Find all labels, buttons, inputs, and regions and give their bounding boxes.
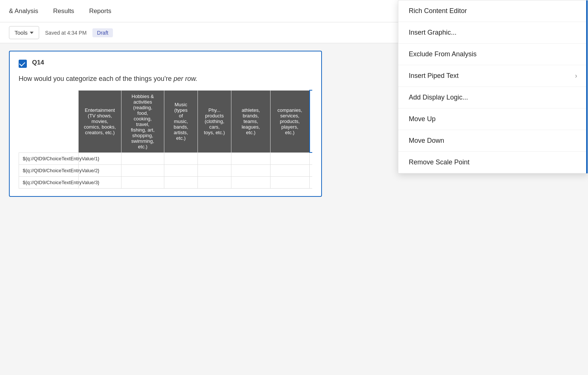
main-content: Q14 How would you categorize each of the… — [0, 43, 588, 375]
menu-item-label: Exclude From Analysis — [409, 50, 477, 58]
context-menu: Rich Content Editor Insert Graphic... Ex… — [398, 43, 588, 174]
menu-item-label: Remove Scale Point — [409, 158, 470, 166]
menu-item-add-display-logic[interactable]: Add Display Logic... — [398, 87, 588, 108]
tools-button[interactable]: Tools — [9, 26, 39, 39]
tools-label: Tools — [15, 29, 28, 36]
saved-timestamp: Saved at 4:34 PM — [45, 30, 86, 36]
question-card: Q14 How would you categorize each of the… — [9, 51, 322, 197]
menu-item-label: Move Up — [409, 115, 436, 123]
menu-item-label: Insert Piped Text — [409, 72, 459, 80]
question-text: How would you categorize each of the thi… — [19, 74, 312, 84]
menu-item-remove-scale-point[interactable]: Remove Scale Point — [398, 152, 588, 173]
arrow-right-icon: › — [575, 72, 577, 80]
question-text-before: How would you categorize each of the thi… — [19, 75, 172, 82]
menu-item-exclude-analysis[interactable]: Exclude From Analysis — [398, 44, 588, 65]
menu-item-move-down[interactable]: Move Down — [398, 130, 588, 152]
col-companies: companies,services,products,players,etc.… — [271, 90, 310, 152]
row-label-2: ${q://QID9/ChoiceTextEntryValue/2} — [19, 164, 79, 176]
table-row: ${q://QID9/ChoiceTextEntryValue/1} — [19, 152, 313, 164]
col-other: Other,pleasespecify — [310, 90, 313, 152]
question-id: Q14 — [32, 59, 44, 66]
menu-item-move-up[interactable]: Move Up — [398, 108, 588, 130]
col-physical: Phy...products(clothing,cars,toys, etc.) — [198, 90, 231, 152]
col-music: Music(typesofmusic,bands,artists,etc.) — [164, 90, 198, 152]
draft-badge: Draft — [92, 28, 113, 37]
question-header: Q14 — [19, 59, 312, 68]
question-checkbox[interactable] — [19, 60, 27, 68]
menu-item-label: Move Down — [409, 137, 444, 145]
nav-analysis[interactable]: & Analysis — [9, 4, 38, 18]
matrix-table: Entertainment(TV shows,movies,comics, bo… — [19, 90, 312, 189]
col-entertainment: Entertainment(TV shows,movies,comics, bo… — [79, 90, 121, 152]
row-label-1: ${q://QID9/ChoiceTextEntryValue/1} — [19, 152, 79, 164]
col-hobbies: Hobbies &activities(reading,food,cooking… — [121, 90, 164, 152]
row-label-3: ${q://QID9/ChoiceTextEntryValue/3} — [19, 176, 79, 188]
table-row: ${q://QID9/ChoiceTextEntryValue/3} — [19, 176, 313, 188]
menu-item-label: Add Display Logic... — [409, 94, 468, 101]
table-row: ${q://QID9/ChoiceTextEntryValue/2} — [19, 164, 313, 176]
question-text-italic: per row. — [174, 75, 197, 82]
nav-results[interactable]: Results — [53, 4, 74, 18]
tools-chevron-icon — [30, 32, 34, 34]
table-wrapper: Entertainment(TV shows,movies,comics, bo… — [19, 90, 312, 189]
blue-accent-bar — [586, 43, 588, 173]
col-athletes: athletes, brands,teams,leagues,etc.) — [231, 90, 271, 152]
menu-item-insert-piped-text[interactable]: Insert Piped Text › — [398, 65, 588, 87]
nav-reports[interactable]: Reports — [89, 4, 111, 18]
